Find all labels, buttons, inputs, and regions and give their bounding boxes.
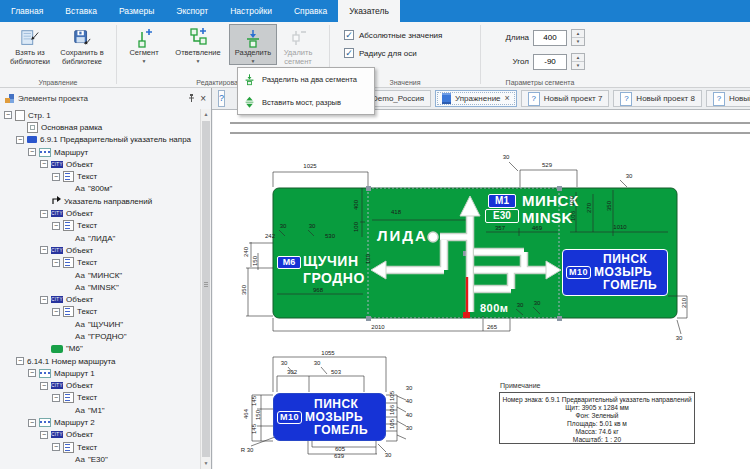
radius-for-axis-checkbox[interactable]: ✓ <box>344 48 354 58</box>
tree-item[interactable]: −Текст <box>0 170 199 182</box>
tree-item[interactable]: Аа"ЩУЧИН" <box>0 318 199 330</box>
tree-item[interactable]: −Текст <box>0 220 199 232</box>
length-spinner[interactable]: ▲ ▼ <box>571 29 585 46</box>
angle-input[interactable] <box>533 54 567 70</box>
right-direction-panel[interactable]: ПИНСК М10 МОЗЫРЬ ГОМЕЛЬ <box>562 249 668 296</box>
scroll-down-icon[interactable]: ▼ <box>201 458 211 469</box>
small-sign-panel[interactable]: ПИНСК М10 МОЗЫРЬ ГОМЕЛЬ <box>273 393 386 441</box>
tree-expander-icon[interactable]: − <box>52 394 60 402</box>
tree-expander-icon[interactable]: − <box>28 148 36 156</box>
drawing-canvas[interactable]: М1 Е30 МИНСК MINSK ЛИДА М6 ЩУЧИН ГРОДНО … <box>213 110 750 469</box>
menu-dimensions[interactable]: Размеры <box>108 0 165 22</box>
tree-item[interactable]: Аа"Е30" <box>0 453 199 465</box>
tree-item[interactable]: −CITYОбъект <box>0 158 199 170</box>
tree-item[interactable]: −6.14.1 Номер маршрута <box>0 355 199 367</box>
tab-close-icon[interactable]: × <box>505 94 510 103</box>
tab-new-project-8[interactable]: ? Новый проект 8 <box>613 90 702 107</box>
segment-button[interactable]: Сегмент ▼ <box>121 24 167 65</box>
tree-expander-icon[interactable]: − <box>40 210 48 218</box>
menu-tab-pointer-active[interactable]: Указатель <box>338 0 400 22</box>
scrollbar-thumb[interactable] <box>202 121 210 457</box>
spin-up-icon[interactable]: ▲ <box>572 30 584 38</box>
sign-text-distance[interactable]: 800м <box>480 302 509 314</box>
tree-item[interactable]: Основная рамка <box>0 121 199 133</box>
tree-expander-icon[interactable]: − <box>40 160 48 168</box>
tree-expander-icon[interactable]: − <box>16 357 24 365</box>
tree-expander-icon[interactable]: − <box>16 136 24 144</box>
route-shield-m6[interactable]: М6 <box>277 256 301 269</box>
menu-main[interactable]: Главная <box>0 0 54 22</box>
dimension-label: 30 <box>281 360 288 366</box>
tree-item[interactable]: Аа"MINSK" <box>0 281 199 293</box>
tree-expander-icon[interactable]: − <box>40 296 48 304</box>
tree-scrollbar[interactable]: ▲ ▼ <box>200 109 211 469</box>
tree-item[interactable]: Аа"ЛИДА" <box>0 232 199 244</box>
aa-text-icon: Аа <box>75 406 85 415</box>
tree-item[interactable]: −CITYОбъект <box>0 244 199 256</box>
tree-item[interactable]: −6.9.1 Предварительный указатель напра <box>0 134 199 146</box>
spin-down-icon[interactable]: ▼ <box>572 38 584 45</box>
tree-item[interactable]: −Стр. 1 <box>0 109 199 121</box>
absolute-values-checkbox-row[interactable]: ✓ Абсолютные значения <box>344 30 442 40</box>
tree-item[interactable]: Аа"М1" <box>0 404 199 416</box>
tree-expander-icon[interactable]: − <box>52 308 60 316</box>
spin-down-icon[interactable]: ▼ <box>572 62 584 69</box>
tree-item[interactable]: −Текст <box>0 257 199 269</box>
tree-expander-icon[interactable]: − <box>52 222 60 230</box>
tree-item[interactable]: −Текст <box>0 441 199 453</box>
route-shield-e30[interactable]: Е30 <box>485 209 519 223</box>
tree-expander-icon[interactable]: − <box>4 111 12 119</box>
pin-icon[interactable] <box>187 93 196 105</box>
tree-expander-icon[interactable]: − <box>40 382 48 390</box>
save-to-library-button[interactable]: Сохранить в библиотеке <box>56 24 108 67</box>
menu-export[interactable]: Экспорт <box>165 0 219 22</box>
tab-uprazhnenie-active[interactable]: Упражнение × <box>435 90 517 107</box>
tree-expander-icon[interactable]: − <box>52 259 60 267</box>
tab-new-project-9[interactable]: ? Новый проект 9 <box>706 90 750 107</box>
radius-for-axis-checkbox-row[interactable]: ✓ Радиус для оси <box>344 48 442 58</box>
tree-item[interactable]: −Маршрут 1 <box>0 367 199 379</box>
tree-expander-icon[interactable]: − <box>40 431 48 439</box>
spin-up-icon[interactable]: ▲ <box>572 54 584 62</box>
sign-text-schuchin[interactable]: ЩУЧИН <box>303 253 359 269</box>
length-input[interactable] <box>533 30 567 46</box>
tree-expander-icon[interactable]: − <box>28 419 36 427</box>
panel-close-icon[interactable]: × <box>200 94 206 104</box>
tree-item[interactable]: −CITYОбъект <box>0 207 199 219</box>
tab-new-project-7[interactable]: ? Новый проект 7 <box>521 90 610 107</box>
tree-expander-icon[interactable]: − <box>40 246 48 254</box>
menu-item-split-into-two[interactable]: Разделить на два сегмента <box>238 68 374 91</box>
branch-button[interactable]: Ответвление ▼ <box>167 24 229 65</box>
delete-segment-button[interactable]: Удалить сегмент <box>277 24 319 67</box>
tree-item[interactable]: −Маршрут <box>0 146 199 158</box>
tree-item[interactable]: −Текст <box>0 392 199 404</box>
tree-item[interactable]: Аа"800м" <box>0 183 199 195</box>
absolute-values-checkbox[interactable]: ✓ <box>344 30 354 40</box>
tree-expander-icon[interactable]: − <box>28 369 36 377</box>
tree-item[interactable]: −Текст <box>0 306 199 318</box>
tree-item[interactable]: Аа"МИНСК" <box>0 269 199 281</box>
menu-settings[interactable]: Настройки <box>219 0 283 22</box>
tree-item[interactable]: −Маршрут 2 <box>0 416 199 428</box>
scroll-up-icon[interactable]: ▲ <box>201 109 211 120</box>
tree-item[interactable]: −CITYОбъект <box>0 380 199 392</box>
tree-item[interactable]: −CITYОбъект <box>0 429 199 441</box>
menu-insert[interactable]: Вставка <box>54 0 108 22</box>
take-from-library-button[interactable]: Взять из библиотеки <box>4 24 56 67</box>
tree-item[interactable]: Указатель направлений <box>0 195 199 207</box>
tree-item[interactable]: −CITYОбъект <box>0 293 199 305</box>
tree-item[interactable]: "М6" <box>0 343 199 355</box>
angle-spinner[interactable]: ▲ ▼ <box>571 53 585 70</box>
route-shield-m1[interactable]: М1 <box>488 194 516 208</box>
split-button[interactable]: Разделить ▼ <box>229 24 277 65</box>
sign-text-grodno[interactable]: ГРОДНО <box>303 270 365 286</box>
menu-item-insert-bridge[interactable]: Вставить мост, разрыв <box>238 91 374 114</box>
tree-item[interactable]: Аа"ГРОДНО" <box>0 330 199 342</box>
sign-text-lida[interactable]: ЛИДА <box>377 227 428 244</box>
sign-text-minsk-en[interactable]: MINSK <box>522 209 573 226</box>
menu-help[interactable]: Справка <box>283 0 338 22</box>
tree-expander-icon[interactable]: − <box>52 173 60 181</box>
help-button[interactable]: ? <box>218 90 225 107</box>
badge-icon <box>51 345 63 353</box>
tree-expander-icon[interactable]: − <box>52 443 60 451</box>
